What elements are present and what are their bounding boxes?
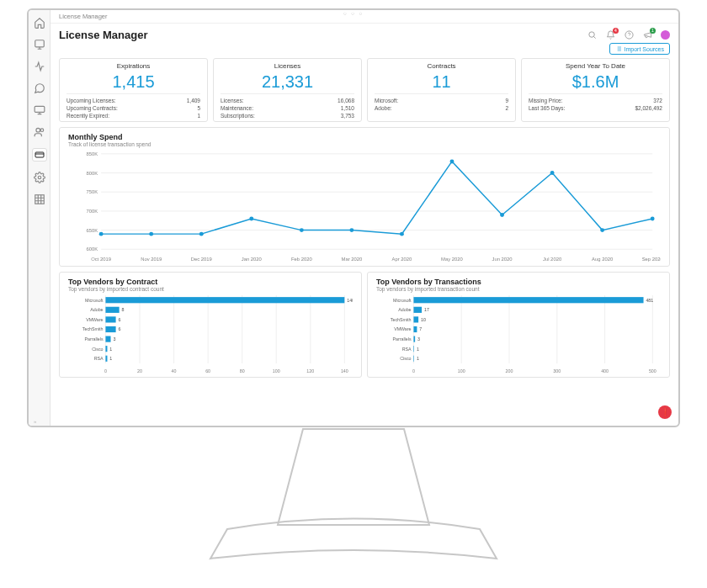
svg-text:Dec 2019: Dec 2019 xyxy=(191,257,212,262)
svg-text:Cisco: Cisco xyxy=(400,356,411,361)
monitor-dots: ○ ○ ○ xyxy=(343,11,364,16)
svg-text:700K: 700K xyxy=(87,209,98,214)
svg-point-33 xyxy=(349,228,354,232)
svg-rect-117 xyxy=(413,346,414,352)
card-row: Subscriptions:3,753 xyxy=(221,112,354,119)
svg-point-32 xyxy=(300,228,304,232)
svg-text:0: 0 xyxy=(104,368,107,373)
svg-text:Cisco: Cisco xyxy=(92,347,103,352)
settings-icon[interactable] xyxy=(34,172,45,183)
svg-text:100: 100 xyxy=(273,368,280,373)
top-contract-chart: 020406080100120140Microsoft140Adobe8VMWa… xyxy=(68,294,353,375)
svg-text:500: 500 xyxy=(649,368,656,373)
svg-text:1: 1 xyxy=(109,347,112,352)
svg-text:Feb 2020: Feb 2020 xyxy=(291,257,313,262)
svg-text:TechSmith: TechSmith xyxy=(391,317,412,322)
svg-text:600K: 600K xyxy=(87,247,98,252)
search-icon[interactable] xyxy=(587,30,597,40)
svg-rect-111 xyxy=(413,326,417,332)
svg-text:7: 7 xyxy=(419,327,422,332)
grid-icon[interactable] xyxy=(34,193,45,205)
svg-text:RSA: RSA xyxy=(402,347,412,352)
svg-text:May 2020: May 2020 xyxy=(441,257,463,262)
svg-point-34 xyxy=(400,232,404,236)
import-sources-button[interactable]: Import Sources xyxy=(609,43,670,55)
svg-text:17: 17 xyxy=(424,307,429,312)
card-value: 21,331 xyxy=(262,70,313,93)
svg-point-30 xyxy=(199,232,204,236)
svg-text:140: 140 xyxy=(347,298,353,303)
svg-rect-0 xyxy=(35,40,44,47)
svg-text:850K: 850K xyxy=(87,151,98,156)
home-icon[interactable] xyxy=(34,17,45,29)
card-contracts[interactable]: Contracts 11 Microsoft:9Adobe:2 xyxy=(367,58,516,122)
card-licenses[interactable]: Licenses 21,331 Licenses:16,068Maintenan… xyxy=(213,58,362,122)
bell-icon[interactable]: 4 xyxy=(605,30,615,40)
svg-text:VMWare: VMWare xyxy=(394,327,411,332)
svg-text:400: 400 xyxy=(601,368,609,373)
panel-title: Top Vendors by Transactions xyxy=(376,278,661,286)
svg-text:650K: 650K xyxy=(87,228,98,233)
svg-text:Microsoft: Microsoft xyxy=(393,298,412,303)
svg-rect-87 xyxy=(105,356,107,362)
svg-rect-102 xyxy=(413,297,643,303)
activity-icon[interactable] xyxy=(34,61,45,72)
panel-subtitle: Top vendors by imported contract count xyxy=(68,286,353,292)
dashboard-icon[interactable] xyxy=(34,39,45,50)
svg-point-2 xyxy=(35,128,40,132)
card-row: Adobe:2 xyxy=(375,104,508,112)
help-icon[interactable] xyxy=(624,30,634,40)
svg-point-36 xyxy=(500,213,504,217)
card-title: Spend Year To Date xyxy=(566,62,625,70)
help-fab[interactable]: ❗ xyxy=(658,405,672,419)
card-value: 11 xyxy=(432,70,450,93)
svg-rect-120 xyxy=(413,356,414,362)
panel-top-contract: Top Vendors by Contract Top vendors by i… xyxy=(59,272,362,378)
megaphone-badge: 1 xyxy=(650,28,656,34)
svg-text:6: 6 xyxy=(118,327,120,332)
svg-text:1: 1 xyxy=(417,347,419,352)
card-rows: Missing Price:372Last 365 Days:$2,026,49… xyxy=(529,93,662,112)
panel-subtitle: Top vendors by imported transaction coun… xyxy=(376,286,661,292)
top-trans-chart: 0100200300400500Microsoft481Adobe17TechS… xyxy=(376,294,661,375)
svg-text:Microsoft: Microsoft xyxy=(85,298,104,303)
panel-title: Top Vendors by Contract xyxy=(68,278,353,286)
card-title: Contracts xyxy=(427,62,455,70)
svg-rect-4 xyxy=(35,152,44,157)
svg-point-5 xyxy=(38,176,41,179)
avatar[interactable] xyxy=(661,30,670,40)
card-row: Recently Expired:1 xyxy=(66,112,200,119)
svg-text:TechSmith: TechSmith xyxy=(82,327,104,332)
footer-marker: » xyxy=(34,419,36,424)
svg-text:Nov 2019: Nov 2019 xyxy=(141,257,162,262)
svg-point-38 xyxy=(600,228,604,232)
svg-point-7 xyxy=(588,32,593,37)
svg-text:80: 80 xyxy=(240,368,245,373)
svg-text:8: 8 xyxy=(122,307,125,312)
megaphone-icon[interactable]: 1 xyxy=(642,30,652,40)
card-spend-ytd[interactable]: Spend Year To Date $1.6M Missing Price:3… xyxy=(521,58,670,122)
svg-text:Aug 2020: Aug 2020 xyxy=(592,257,614,262)
svg-text:Jul 2020: Jul 2020 xyxy=(543,257,562,262)
svg-text:120: 120 xyxy=(306,368,314,373)
import-label: Import Sources xyxy=(625,46,664,52)
svg-text:40: 40 xyxy=(172,368,177,373)
svg-point-3 xyxy=(40,129,44,132)
card-row: Maintenance:1,510 xyxy=(221,104,354,112)
chat-icon[interactable] xyxy=(34,82,45,94)
svg-text:Parrallels: Parrallels xyxy=(84,336,103,342)
svg-text:Oct 2019: Oct 2019 xyxy=(91,257,111,262)
card-row: Last 365 Days:$2,026,492 xyxy=(529,104,662,112)
card-row: Upcoming Contracts:5 xyxy=(66,104,200,112)
card-row: Microsoft:9 xyxy=(375,97,508,104)
svg-rect-72 xyxy=(105,307,119,313)
svg-rect-69 xyxy=(105,297,344,303)
breadcrumb: License Manager xyxy=(50,10,678,24)
svg-text:0: 0 xyxy=(412,368,415,373)
svg-rect-78 xyxy=(105,326,115,332)
svg-text:140: 140 xyxy=(341,368,348,373)
users-icon[interactable] xyxy=(34,126,45,138)
monitor-icon[interactable] xyxy=(34,104,45,116)
license-icon[interactable] xyxy=(32,148,47,162)
card-expirations[interactable]: Expirations 1,415 Upcoming Licenses:1,40… xyxy=(59,58,208,122)
